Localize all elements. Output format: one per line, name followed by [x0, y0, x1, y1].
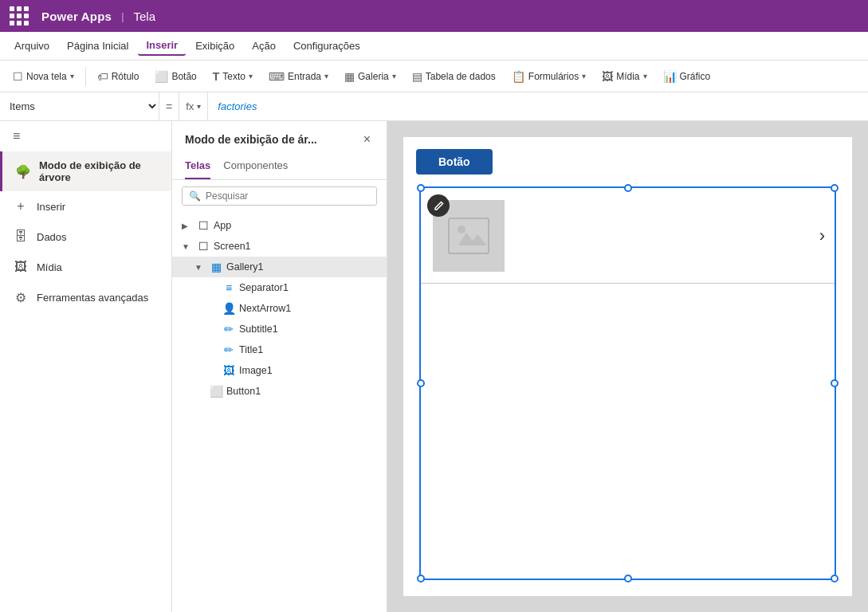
- app-chevron: ▶: [182, 222, 193, 230]
- galeria-icon: ▦: [344, 70, 355, 83]
- menu-arquivo[interactable]: Arquivo: [6, 37, 57, 55]
- svg-point-1: [458, 226, 465, 233]
- tree-content: ▶ ☐ App ▼ ☐ Screen1 ▼ ▦ Gallery1 ··· ≡ S: [172, 212, 387, 612]
- midia-chevron: ▾: [643, 72, 647, 80]
- tab-componentes[interactable]: Componentes: [223, 155, 288, 179]
- tree-panel: Modo de exibição de ár... × Telas Compon…: [172, 121, 387, 612]
- toolbar-grafico[interactable]: 📊 Gráfico: [657, 67, 717, 86]
- midia-icon: 🖼: [602, 70, 613, 83]
- main-area: ≡ 🌳 Modo de exibição de árvore + Inserir…: [0, 121, 868, 612]
- gallery-selection-box[interactable]: ›: [419, 186, 836, 580]
- tree-node-image1[interactable]: 🖼 Image1: [172, 360, 387, 381]
- gallery-item-bottom: [421, 284, 835, 579]
- tree-panel-title: Modo de exibição de ár...: [185, 133, 317, 146]
- sidebar-item-dados[interactable]: 🗄 Dados: [0, 222, 171, 252]
- formularios-chevron: ▾: [582, 72, 586, 80]
- toolbar-galeria[interactable]: ▦ Galeria ▾: [338, 67, 403, 86]
- tree-node-gallery1[interactable]: ▼ ▦ Gallery1 ···: [172, 257, 387, 277]
- menu-inserir[interactable]: Inserir: [138, 36, 186, 56]
- menu-exibicao[interactable]: Exibição: [187, 37, 242, 55]
- galeria-chevron: ▾: [392, 72, 396, 80]
- app-label: App: [214, 220, 377, 231]
- menu-configuracoes[interactable]: Configurações: [285, 37, 368, 55]
- tree-tabs: Telas Componentes: [172, 155, 387, 180]
- gallery-next-arrow[interactable]: ›: [819, 226, 825, 246]
- search-icon: 🔍: [189, 190, 201, 202]
- image1-icon: 🖼: [222, 364, 236, 377]
- toolbar-tabela[interactable]: ▤ Tabela de dados: [406, 67, 502, 86]
- formula-selector[interactable]: Items: [0, 92, 159, 120]
- subtitle1-icon: ✏: [222, 323, 236, 335]
- menu-acao[interactable]: Ação: [244, 37, 284, 55]
- menu-pagina-inicial[interactable]: Página Inicial: [59, 37, 136, 55]
- title-separator: |: [121, 10, 124, 22]
- gallery-item-top: ›: [421, 188, 835, 284]
- sidebar-item-inserir[interactable]: + Inserir: [0, 191, 171, 222]
- canvas-area: Botão: [387, 121, 868, 612]
- midia-sidebar-icon: 🖼: [13, 260, 29, 274]
- tree-node-button1[interactable]: ⬜ Button1: [172, 381, 387, 402]
- toolbar-entrada[interactable]: ⌨ Entrada ▾: [262, 67, 335, 86]
- sidebar-item-midia[interactable]: 🖼 Mídia: [0, 252, 171, 282]
- tree-search-box[interactable]: 🔍: [182, 186, 377, 206]
- toolbar-botao[interactable]: ⬜ Botão: [148, 67, 202, 86]
- tree-view-icon: 🌳: [15, 164, 31, 179]
- sidebar-item-ferramentas[interactable]: ⚙ Ferramentas avançadas: [0, 282, 171, 313]
- tree-node-separator1[interactable]: ≡ Separator1: [172, 277, 387, 298]
- app-name: Power Apps: [41, 10, 112, 23]
- entrada-icon: ⌨: [269, 70, 285, 83]
- nextarrow1-label: NextArrow1: [239, 303, 377, 314]
- tree-node-app[interactable]: ▶ ☐ App: [172, 215, 387, 236]
- gallery1-icon: ▦: [209, 261, 223, 273]
- tab-telas[interactable]: Telas: [185, 155, 210, 179]
- toolbar-nova-tela[interactable]: ☐ Nova tela ▾: [6, 67, 81, 86]
- canvas-button-element[interactable]: Botão: [416, 149, 493, 175]
- grafico-icon: 📊: [663, 70, 677, 83]
- toolbar-sep-1: [85, 67, 86, 86]
- botao-icon: ⬜: [155, 70, 168, 83]
- toolbar: ☐ Nova tela ▾ 🏷 Rótulo ⬜ Botão T Texto ▾…: [0, 61, 868, 92]
- button1-label: Button1: [226, 386, 377, 397]
- tree-search-input[interactable]: [206, 190, 370, 202]
- formula-input[interactable]: [208, 100, 868, 112]
- separator1-label: Separator1: [239, 282, 377, 293]
- rotulo-icon: 🏷: [97, 70, 108, 83]
- gallery1-label: Gallery1: [226, 261, 358, 273]
- left-sidebar: ≡ 🌳 Modo de exibição de árvore + Inserir…: [0, 121, 172, 612]
- canvas-surface[interactable]: Botão: [403, 137, 852, 596]
- tabela-icon: ▤: [412, 70, 422, 83]
- texto-chevron: ▾: [249, 72, 253, 80]
- tree-header: Modo de exibição de ár... ×: [172, 121, 387, 155]
- inserir-icon: +: [13, 199, 29, 214]
- screen1-label: Screen1: [214, 241, 377, 252]
- title1-label: Title1: [239, 344, 377, 355]
- screen1-icon: ☐: [196, 240, 210, 253]
- formula-bar: Items = fx ▾: [0, 92, 868, 121]
- gallery-edit-icon[interactable]: [427, 194, 450, 217]
- image1-label: Image1: [239, 365, 377, 376]
- tree-node-nextarrow1[interactable]: 👤 NextArrow1: [172, 298, 387, 319]
- formula-chevron: ▾: [197, 102, 201, 111]
- toolbar-texto[interactable]: T Texto ▾: [206, 67, 259, 86]
- hamburger-icon: ≡: [13, 129, 20, 143]
- formularios-icon: 📋: [512, 70, 525, 83]
- toolbar-midia[interactable]: 🖼 Mídia ▾: [595, 67, 653, 86]
- tree-node-subtitle1[interactable]: ✏ Subtitle1: [172, 319, 387, 339]
- toolbar-formularios[interactable]: 📋 Formulários ▾: [505, 67, 592, 86]
- entrada-chevron: ▾: [324, 72, 328, 80]
- separator1-icon: ≡: [222, 281, 236, 294]
- nova-tela-icon: ☐: [13, 70, 23, 83]
- tree-close-button[interactable]: ×: [360, 131, 374, 148]
- formula-eq-symbol: =: [159, 92, 179, 120]
- sidebar-item-tree-view[interactable]: 🌳 Modo de exibição de árvore: [0, 151, 171, 191]
- tree-node-screen1[interactable]: ▼ ☐ Screen1: [172, 236, 387, 257]
- dados-icon: 🗄: [13, 230, 29, 244]
- gallery1-chevron: ▼: [194, 263, 206, 272]
- menu-bar: Arquivo Página Inicial Inserir Exibição …: [0, 32, 868, 61]
- subtitle1-label: Subtitle1: [239, 324, 377, 335]
- formula-fx-btn[interactable]: fx ▾: [179, 92, 208, 120]
- sidebar-toggle[interactable]: ≡: [0, 121, 171, 151]
- toolbar-rotulo[interactable]: 🏷 Rótulo: [91, 67, 146, 86]
- app-grid-icon[interactable]: [10, 6, 29, 26]
- tree-node-title1[interactable]: ✏ Title1: [172, 339, 387, 360]
